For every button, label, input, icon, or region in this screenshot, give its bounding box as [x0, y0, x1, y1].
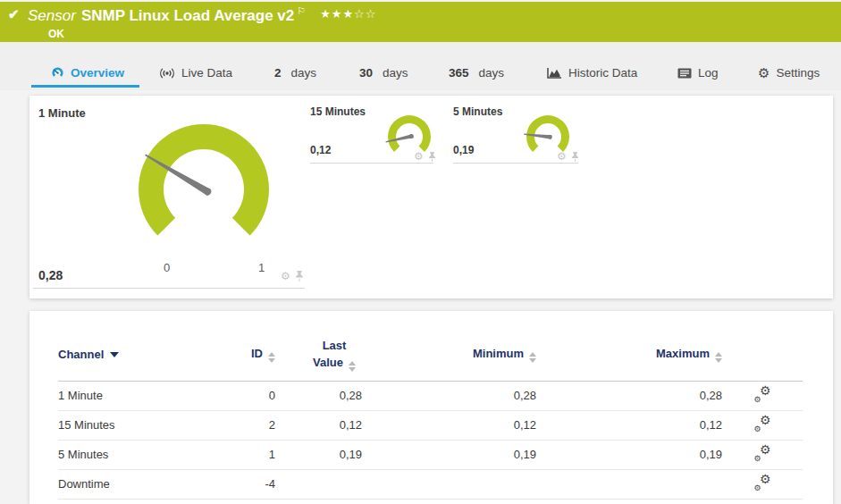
table-row-downtime: Downtime -4 ⚙⚙: [58, 469, 803, 499]
broadcast-icon: [159, 67, 175, 80]
channel-settings-icon[interactable]: ⚙⚙: [754, 416, 771, 432]
cell-maximum: 0,28: [536, 381, 722, 410]
gauge-primary-actions: ⚙: [281, 271, 304, 281]
gauge-15min-actions: ⚙: [414, 151, 436, 162]
cell-maximum: [536, 469, 722, 499]
cell-minimum: 0,12: [362, 410, 536, 440]
tab-2-days-label: days: [291, 66, 317, 80]
tab-30-days-label: days: [383, 66, 408, 80]
column-header-actions: [722, 338, 803, 381]
cell-id: 0: [210, 381, 275, 410]
page-title: SNMP Linux Load Average v2: [81, 7, 294, 24]
status-badge: OK: [48, 28, 64, 40]
gauge-primary: [119, 118, 289, 261]
pin-icon[interactable]: [428, 152, 436, 162]
gauge-15min-title: 15 Minutes: [310, 105, 366, 118]
sort-toggle-icon: [529, 352, 536, 363]
channel-settings-icon[interactable]: ⚙⚙: [754, 446, 771, 461]
tab-historic-data[interactable]: Historic Data: [547, 66, 637, 80]
column-header-last-value[interactable]: Last Value: [275, 338, 362, 381]
status-check-icon: ✔: [8, 6, 20, 22]
cell-last-value: 0,19: [275, 440, 362, 469]
gauge-5min-divider: [453, 163, 578, 164]
sort-toggle-icon: [349, 361, 356, 372]
priority-flag-icon[interactable]: ⚐: [297, 5, 306, 16]
tab-live-data-label: Live Data: [181, 66, 232, 80]
tab-settings[interactable]: ⚙ Settings: [758, 66, 820, 80]
cell-channel: 1 Minute: [58, 381, 210, 410]
gauge-5min-value: 0,19: [453, 144, 474, 156]
column-header-minimum-label: Minimum: [473, 347, 524, 360]
cell-minimum: 0,28: [362, 381, 536, 410]
area-chart-icon: [547, 67, 562, 79]
sort-toggle-icon: [268, 352, 275, 363]
tab-2-days-number: 2: [274, 66, 282, 80]
sort-descending-icon: [110, 352, 119, 357]
gauge-primary-title: 1 Minute: [38, 106, 86, 120]
tab-bar: Overview Live Data 2 days 30 days 365 da…: [0, 42, 841, 90]
channel-settings-icon[interactable]: ⚙⚙: [754, 387, 771, 402]
active-tab-underline: [31, 85, 139, 88]
tab-30-days-number: 30: [359, 66, 373, 80]
gear-icon: ⚙: [758, 66, 770, 80]
cell-last-value: 0,12: [275, 410, 362, 440]
cell-last-value: [275, 469, 362, 499]
gauge-icon: [51, 66, 64, 80]
tab-overview[interactable]: Overview: [51, 66, 124, 80]
tab-log-label: Log: [698, 66, 719, 80]
cell-last-value: 0,28: [275, 381, 362, 410]
channels-table: Channel ID Last Value Minimum Maximum: [58, 338, 803, 500]
cell-maximum: 0,12: [536, 410, 722, 440]
table-header-row: Channel ID Last Value Minimum Maximum: [58, 338, 803, 381]
pin-icon[interactable]: [295, 271, 304, 281]
column-header-maximum[interactable]: Maximum: [536, 338, 722, 381]
gear-icon[interactable]: ⚙: [557, 151, 567, 162]
cell-channel: Downtime: [58, 469, 210, 499]
tab-30-days[interactable]: 30 days: [359, 66, 408, 80]
cell-channel: 5 Minutes: [58, 440, 210, 469]
tab-settings-label: Settings: [776, 66, 820, 80]
tab-live-data[interactable]: Live Data: [159, 66, 232, 80]
pin-icon[interactable]: [571, 152, 579, 162]
cell-id: 2: [210, 410, 275, 440]
cell-minimum: 0,19: [362, 440, 536, 469]
column-header-last-value-label: Last Value: [313, 339, 346, 369]
object-type-label: Sensor: [28, 7, 76, 24]
column-header-id[interactable]: ID: [210, 338, 275, 381]
log-list-icon: [677, 68, 692, 79]
cell-channel: 15 Minutes: [58, 410, 210, 440]
table-row-15-minutes: 15 Minutes 2 0,12 0,12 0,12 ⚙⚙: [58, 410, 803, 440]
gauge-primary-max-label: 1: [258, 261, 265, 274]
table-row-1-minute: 1 Minute 0 0,28 0,28 0,28 ⚙⚙: [58, 381, 803, 410]
tab-365-days[interactable]: 365 days: [449, 66, 504, 80]
tab-overview-label: Overview: [71, 66, 124, 80]
table-row-5-minutes: 5 Minutes 1 0,19 0,19 0,19 ⚙⚙: [58, 440, 803, 469]
column-header-channel[interactable]: Channel: [58, 338, 210, 381]
gauge-15min-divider: [310, 163, 433, 164]
sort-toggle-icon: [715, 352, 722, 363]
gauge-primary-value: 0,28: [38, 268, 63, 282]
tab-log[interactable]: Log: [677, 66, 719, 80]
gauge-primary-min-label: 0: [164, 261, 170, 274]
tab-365-days-number: 365: [449, 66, 469, 80]
gauge-5min-title: 5 Minutes: [453, 105, 502, 118]
column-header-minimum[interactable]: Minimum: [362, 338, 536, 381]
channel-settings-icon[interactable]: ⚙⚙: [754, 475, 771, 491]
sensor-status-bar: ✔ SensorSNMP Linux Load Average v2⚐★★★☆☆…: [0, 2, 841, 42]
cell-id: 1: [210, 440, 275, 469]
gauges-panel: 1 Minute 0 1 0,28 ⚙ 15 Minutes 0,12: [29, 96, 833, 298]
sensor-title-line: SensorSNMP Linux Load Average v2⚐★★★☆☆: [28, 5, 376, 25]
column-header-maximum-label: Maximum: [656, 347, 710, 360]
channels-panel: Channel ID Last Value Minimum Maximum: [29, 311, 833, 504]
cell-minimum: [362, 469, 536, 499]
gauge-5min-actions: ⚙: [557, 151, 579, 162]
cell-maximum: 0,19: [536, 440, 722, 469]
gear-icon[interactable]: ⚙: [414, 151, 424, 162]
priority-star-rating[interactable]: ★★★☆☆: [320, 7, 376, 21]
column-header-id-label: ID: [251, 347, 263, 360]
tab-2-days[interactable]: 2 days: [274, 66, 316, 80]
tab-historic-data-label: Historic Data: [568, 66, 637, 80]
gauge-15min-value: 0,12: [310, 144, 331, 156]
gear-icon[interactable]: ⚙: [281, 271, 290, 281]
gauge-primary-divider: [33, 288, 305, 289]
